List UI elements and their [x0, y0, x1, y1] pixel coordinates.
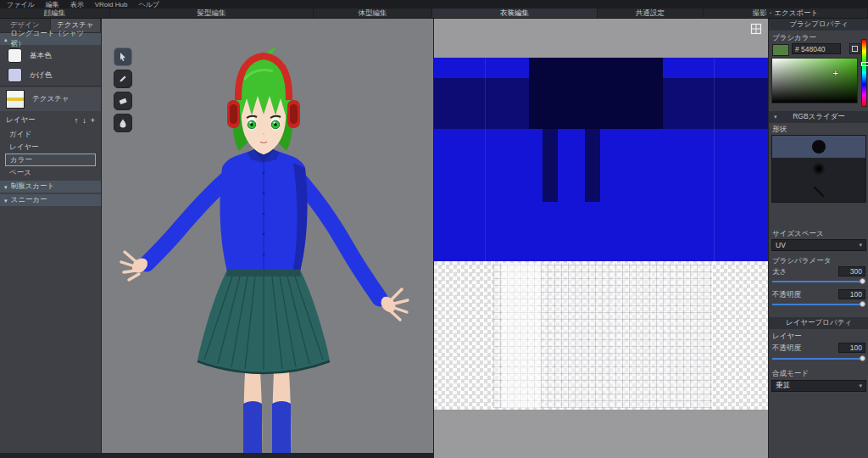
3d-viewport[interactable]: [102, 19, 433, 453]
brush-params-label: ブラシパラメータ: [772, 256, 831, 266]
rgb-slider-header[interactable]: ▾ RGBスライダー: [769, 111, 868, 123]
section-uniform-skirt[interactable]: ▾ 制服スカート: [0, 181, 101, 193]
layer-opacity-value-field[interactable]: 100: [838, 343, 865, 353]
rgb-slider-title: RGBスライダー: [793, 112, 845, 122]
divider: [0, 86, 101, 87]
soft-circle-icon: [812, 162, 826, 176]
pencil-icon: [118, 74, 128, 84]
tab-hair-edit[interactable]: 髪型編集: [110, 8, 314, 18]
chevron-down-icon: ▾: [859, 383, 862, 389]
section-sneakers[interactable]: ▾ スニーカー: [0, 194, 101, 206]
brush-shape-list: [771, 135, 866, 203]
brush-tool-button[interactable]: [114, 70, 132, 88]
add-layer-icon[interactable]: +: [91, 116, 95, 125]
brush-opacity-value-field[interactable]: 100: [838, 289, 865, 299]
uv-bright-column: [502, 263, 541, 408]
layer-opacity-slider[interactable]: [772, 355, 865, 362]
character-shirt: [220, 146, 308, 271]
item-shade-color[interactable]: かげ色: [0, 65, 101, 85]
blend-mode-value: 乗算: [776, 381, 790, 391]
cursor-icon: [118, 52, 128, 62]
uv-texture-painted-area[interactable]: [434, 58, 768, 261]
move-layer-down-icon[interactable]: ↓: [82, 116, 86, 125]
menu-file[interactable]: ファイル: [7, 0, 35, 9]
menu-help[interactable]: ヘルプ: [138, 0, 159, 9]
texture-collar-region: [529, 58, 663, 129]
layer-item-guide[interactable]: ガイド: [5, 128, 96, 141]
brush-color-hex-field[interactable]: # 548040: [792, 43, 841, 54]
thickness-slider[interactable]: [772, 278, 865, 285]
texture-thumbnail: [6, 90, 25, 109]
texture-strap-right: [585, 129, 600, 202]
layer-label: レイヤー: [772, 332, 802, 342]
brush-color-swatch[interactable]: [772, 44, 789, 56]
blend-mode-dropdown[interactable]: 乗算 ▾: [771, 380, 866, 392]
menu-bar: ファイル 編集 表示 VRoid Hub ヘルプ: [0, 0, 868, 8]
texture-view-toggle-button[interactable]: [750, 23, 762, 35]
droplet-icon: [118, 118, 128, 128]
expand-icon: ▾: [774, 114, 777, 120]
shade-color-swatch: [8, 68, 22, 82]
layers-header: レイヤー ↑ ↓ +: [0, 114, 101, 127]
move-layer-up-icon[interactable]: ↑: [75, 116, 79, 125]
base-color-label: 基本色: [30, 51, 52, 61]
brush-opacity-slider[interactable]: [772, 301, 865, 308]
saturation-value-picker[interactable]: +: [771, 58, 858, 103]
grid-view-icon: [750, 23, 762, 35]
layer-actions: ↑ ↓ +: [75, 116, 95, 125]
character-3d-model: [102, 19, 433, 453]
shape-item-line[interactable]: [772, 180, 865, 204]
thickness-value-field[interactable]: 300: [838, 266, 865, 276]
tab-body-edit[interactable]: 体型編集: [314, 8, 432, 18]
menu-vroid-hub[interactable]: VRoid Hub: [95, 1, 128, 8]
item-texture[interactable]: テクスチャ: [0, 87, 101, 111]
section-long-coat[interactable]: ▴ ロングコート（シャツ裾）: [0, 33, 101, 45]
shape-item-soft-circle[interactable]: [772, 158, 865, 180]
menu-view[interactable]: 表示: [70, 0, 84, 9]
layer-item-color[interactable]: カラー: [5, 154, 96, 166]
uv-seam-line: [485, 58, 486, 261]
thickness-label: 太さ: [772, 267, 787, 277]
uv-skirt-region: [493, 263, 712, 408]
layer-item-layer[interactable]: レイヤー: [5, 141, 96, 154]
hue-slider[interactable]: [861, 39, 867, 107]
texture-editor-canvas[interactable]: [433, 19, 768, 458]
size-space-dropdown[interactable]: UV ▾: [771, 239, 866, 251]
hard-circle-icon: [812, 140, 826, 154]
shape-item-hard-circle[interactable]: [772, 136, 865, 158]
brush-properties-panel: ブラシプロパティ ブラシカラー # 548040 + ▾ RGBスライダー 形状: [768, 19, 868, 458]
chevron-down-icon: ▾: [859, 242, 862, 249]
section-title: ロングコート（シャツ裾）: [11, 29, 97, 49]
expand-icon: ▾: [4, 198, 8, 204]
brush-color-label: ブラシカラー: [772, 33, 816, 43]
texture-label: テクスチャ: [32, 94, 70, 104]
size-space-label: サイズスペース: [772, 229, 824, 239]
eyedropper-tool-button[interactable]: [114, 114, 132, 132]
mode-tab-bar: 顔編集 髪型編集 体型編集 衣装編集 共通設定 撮影・エクスポート: [0, 8, 868, 19]
layer-properties-header: レイヤープロパティ: [769, 317, 868, 329]
size-space-value: UV: [776, 241, 786, 249]
uv-transparent-area[interactable]: [434, 261, 768, 410]
vroid-studio-window: ファイル 編集 表示 VRoid Hub ヘルプ 顔編集 髪型編集 体型編集 衣…: [0, 0, 868, 458]
collapse-icon: ▴: [4, 36, 8, 42]
layer-properties-title: レイヤープロパティ: [786, 318, 852, 328]
tab-outfit-edit[interactable]: 衣装編集: [432, 8, 598, 18]
select-tool-button[interactable]: [114, 47, 132, 66]
shape-label: 形状: [772, 125, 787, 135]
base-color-swatch: [8, 48, 22, 63]
swatch-small-icon: [852, 46, 858, 52]
uniform-skirt-label: 制服スカート: [11, 182, 55, 192]
viewport-toolbar: [114, 47, 132, 132]
color-options-button[interactable]: [849, 43, 860, 54]
expand-icon: ▾: [4, 184, 8, 190]
bottom-strip: [0, 453, 433, 458]
uv-seam-line: [714, 58, 715, 261]
tab-photo-export[interactable]: 撮影・エクスポート: [704, 8, 868, 18]
layer-item-base[interactable]: ベース: [5, 166, 96, 179]
left-sidebar: デザイン テクスチャ ▴ ロングコート（シャツ裾） 基本色 かげ色 テクスチャ …: [0, 19, 102, 453]
eraser-tool-button[interactable]: [114, 92, 132, 110]
layers-header-label: レイヤー: [6, 115, 36, 126]
tab-common-settings[interactable]: 共通設定: [598, 8, 704, 18]
tab-face-edit[interactable]: 顔編集: [0, 8, 110, 18]
hue-slider-marker: [861, 62, 868, 66]
